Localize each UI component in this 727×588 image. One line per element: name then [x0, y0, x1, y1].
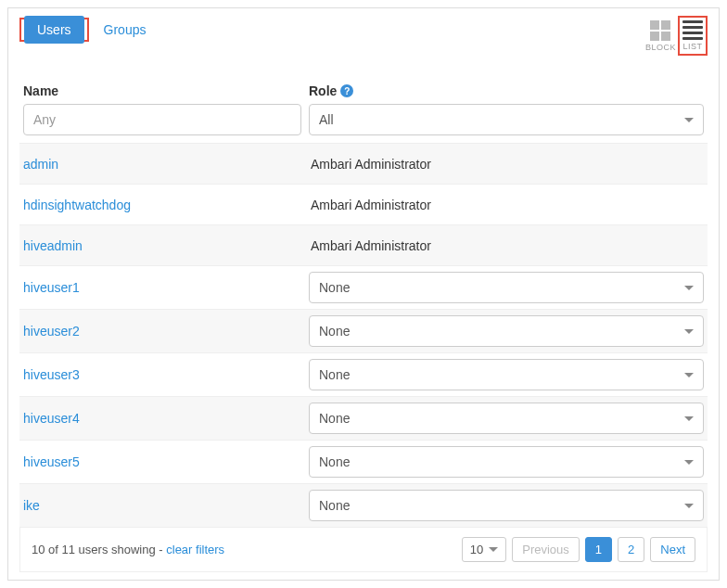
user-link[interactable]: admin [23, 157, 58, 172]
list-icon [682, 20, 703, 40]
name-filter-input[interactable] [23, 104, 301, 135]
pagination: 10 Previous 12 Next [462, 537, 695, 562]
role-select-value: None [319, 498, 350, 513]
prev-button[interactable]: Previous [512, 537, 580, 562]
user-link[interactable]: hiveuser1 [23, 280, 80, 295]
chevron-down-icon [684, 504, 694, 508]
chevron-down-icon [684, 286, 694, 290]
table-row: hiveuser1None [19, 265, 708, 309]
user-link[interactable]: hiveuser3 [23, 367, 80, 382]
status-count: 10 of 11 users showing - [32, 543, 166, 556]
table-row: hiveuser2None [19, 309, 708, 352]
filter-row: All [19, 104, 708, 143]
table-row: adminAmbari Administrator [19, 143, 708, 184]
role-select-value: None [319, 454, 350, 469]
table-body: adminAmbari Administratorhdinsightwatchd… [19, 143, 708, 570]
chevron-down-icon [684, 329, 694, 334]
table-headers: Name Role ? [19, 83, 708, 104]
user-link[interactable]: hiveadmin [23, 238, 83, 253]
next-button[interactable]: Next [650, 537, 695, 562]
role-select[interactable]: None [309, 315, 704, 347]
role-select[interactable]: None [309, 403, 704, 434]
tab-groups[interactable]: Groups [91, 16, 159, 44]
role-select[interactable]: None [309, 359, 704, 390]
chevron-down-icon [489, 547, 498, 552]
role-text: Ambari Administrator [309, 198, 431, 212]
chevron-down-icon [684, 373, 694, 377]
user-link[interactable]: hiveuser5 [23, 454, 80, 469]
tab-users[interactable]: Users [24, 16, 84, 44]
header-role: Role ? [309, 83, 704, 98]
user-link[interactable]: hdinsightwatchdog [23, 198, 131, 212]
role-text: Ambari Administrator [309, 157, 431, 172]
view-list-button[interactable]: LIST [682, 20, 703, 51]
user-link[interactable]: ike [23, 498, 40, 513]
footer: 10 of 11 users showing - clear filters 1… [19, 527, 708, 572]
role-select[interactable]: None [309, 490, 704, 521]
table-row: ikeNone [19, 483, 708, 527]
table-row: hdinsightwatchdogAmbari Administrator [19, 184, 708, 224]
chevron-down-icon [684, 118, 694, 122]
table-row: hiveuser4None [19, 396, 708, 440]
view-block-label: BLOCK [645, 43, 676, 52]
role-select-value: None [319, 324, 350, 339]
view-list-label: LIST [682, 42, 702, 51]
view-toggle: BLOCK LIST [645, 16, 708, 56]
users-panel: Users Groups BLOCK LIST Name Role ? [7, 7, 720, 581]
block-icon [650, 20, 670, 41]
role-filter-select[interactable]: All [309, 104, 704, 135]
role-select-value: None [319, 411, 350, 426]
highlight-list-view: LIST [678, 16, 708, 56]
role-select[interactable]: None [309, 446, 704, 478]
role-select-value: None [319, 280, 350, 295]
role-select[interactable]: None [309, 272, 704, 303]
chevron-down-icon [684, 416, 694, 421]
status-text: 10 of 11 users showing - clear filters [32, 543, 224, 556]
header-name: Name [23, 83, 301, 98]
role-select-value: None [319, 367, 350, 382]
table-row: hiveuser5None [19, 440, 708, 483]
user-link[interactable]: hiveuser4 [23, 411, 80, 426]
table-row: hiveadminAmbari Administrator [19, 224, 708, 265]
header-role-label: Role [309, 83, 337, 98]
role-text: Ambari Administrator [309, 238, 431, 253]
view-block-button[interactable]: BLOCK [645, 20, 676, 52]
user-link[interactable]: hiveuser2 [23, 324, 80, 339]
table-row: hiveuser3None [19, 352, 708, 396]
topbar: Users Groups BLOCK LIST [19, 16, 708, 56]
page-buttons: 12 [585, 537, 644, 562]
page-button-1[interactable]: 1 [585, 537, 612, 562]
page-size-value: 10 [470, 543, 483, 556]
page-button-2[interactable]: 2 [618, 537, 644, 562]
highlight-users-tab: Users [19, 18, 89, 42]
entity-tabs: Users Groups [19, 16, 159, 44]
help-icon[interactable]: ? [340, 84, 353, 97]
role-filter-value: All [319, 112, 334, 127]
page-size-select[interactable]: 10 [462, 537, 506, 562]
chevron-down-icon [684, 460, 694, 465]
clear-filters-link[interactable]: clear filters [166, 543, 224, 556]
